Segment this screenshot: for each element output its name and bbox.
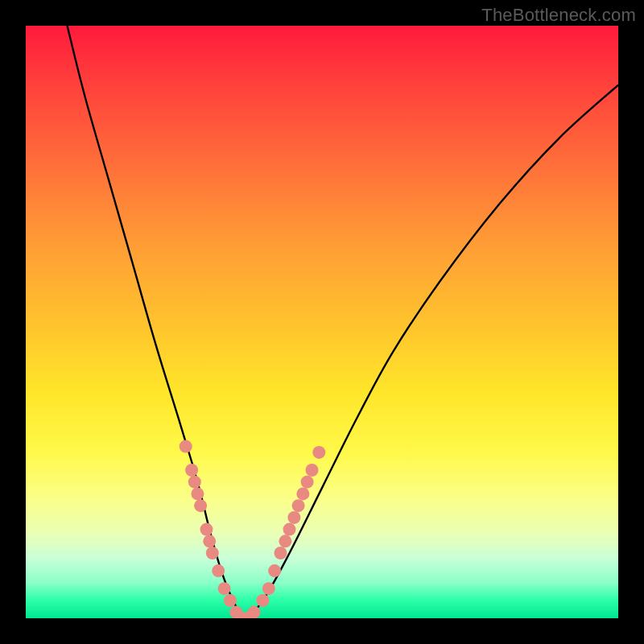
marker-dot: [203, 535, 216, 547]
marker-dot: [275, 547, 287, 559]
plot-area: [26, 26, 618, 618]
marker-dot: [256, 594, 269, 607]
marker-dot: [218, 582, 231, 595]
chart-frame: TheBottleneck.com: [0, 0, 644, 644]
marker-dot: [224, 594, 237, 607]
marker-dot: [262, 582, 275, 595]
marker-dot: [296, 487, 309, 500]
marker-dot: [206, 547, 219, 559]
marker-dot: [279, 535, 291, 547]
marker-dot: [287, 511, 300, 524]
marker-dot: [301, 476, 314, 489]
bottleneck-curve: [68, 26, 619, 618]
marker-dot: [180, 440, 192, 453]
marker-dot: [185, 464, 198, 477]
watermark-text: TheBottleneck.com: [481, 5, 636, 26]
marker-dot: [283, 523, 296, 536]
marker-dot: [312, 446, 325, 459]
chart-svg: [26, 26, 618, 618]
marker-dot: [306, 464, 319, 477]
marker-dot: [191, 487, 204, 500]
marker-dot: [247, 606, 260, 618]
marker-dot: [212, 564, 225, 577]
marker-dot: [268, 564, 281, 577]
marker-dot: [188, 476, 201, 489]
marker-dot: [292, 499, 305, 512]
highlighted-points: [180, 440, 326, 618]
marker-dot: [200, 523, 213, 536]
marker-dot: [194, 499, 207, 512]
